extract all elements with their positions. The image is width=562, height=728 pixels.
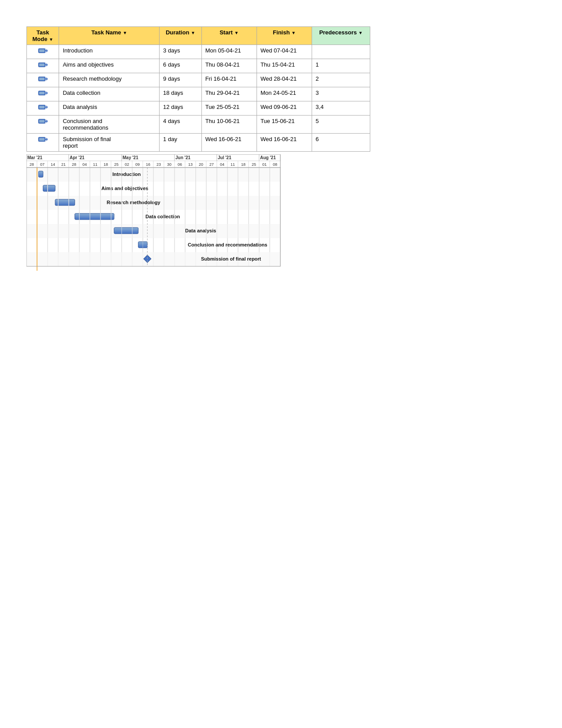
gantt-week-label: 07 <box>40 162 45 167</box>
gantt-week-label: 02 <box>125 162 129 167</box>
gantt-month-label: Jun '21 <box>175 155 190 160</box>
finish-cell: Wed 16-06-21 <box>257 134 312 152</box>
predecessors-cell: 5 <box>312 116 370 134</box>
gantt-bar <box>43 185 55 191</box>
col-header-start[interactable]: Start ▼ <box>201 27 257 45</box>
gantt-week-label: 06 <box>178 162 182 167</box>
predecessors-cell: 1 <box>312 59 370 73</box>
gantt-task-label: Research methodology <box>107 200 161 205</box>
gantt-week-label: 21 <box>61 162 66 167</box>
task-mode-cell <box>27 45 59 59</box>
table-row: Aims and objectives6 daysThu 08-04-21Thu… <box>27 59 370 73</box>
gantt-week-label: 09 <box>135 162 140 167</box>
predecessors-sort-icon[interactable]: ▼ <box>358 30 363 35</box>
gantt-task-label: Aims and objectives <box>101 186 148 191</box>
svg-rect-3 <box>39 63 45 66</box>
start-cell: Thu 29-04-21 <box>201 87 257 101</box>
task-name-sort-icon[interactable]: ▼ <box>123 30 127 35</box>
task-mode-icon <box>38 61 48 70</box>
duration-cell: 6 days <box>160 59 202 73</box>
svg-rect-11 <box>39 120 45 123</box>
task-mode-cell <box>27 59 59 73</box>
start-sort-icon[interactable]: ▼ <box>234 30 238 35</box>
gantt-month-label: Apr '21 <box>70 155 85 160</box>
gantt-week-label: 11 <box>93 162 97 167</box>
finish-cell: Mon 24-05-21 <box>257 87 312 101</box>
table-row: Research methodology9 daysFri 16-04-21We… <box>27 73 370 87</box>
gantt-week-label: 01 <box>262 162 267 167</box>
gantt-week-label: 28 <box>72 162 76 167</box>
gantt-week-label: 28 <box>30 162 34 167</box>
svg-rect-9 <box>39 106 45 108</box>
task-name-cell: Aims and objectives <box>59 59 160 73</box>
gantt-week-label: 18 <box>104 162 108 167</box>
col-header-finish[interactable]: Finish ▼ <box>257 27 312 45</box>
project-table: TaskMode ▼ Task Name ▼ Duration ▼ Start … <box>26 26 370 152</box>
predecessors-cell <box>312 45 370 59</box>
gantt-week-label: 04 <box>220 162 224 167</box>
predecessors-cell: 3 <box>312 87 370 101</box>
task-name-cell: Introduction <box>59 45 160 59</box>
start-cell: Fri 16-04-21 <box>201 73 257 87</box>
duration-cell: 9 days <box>160 73 202 87</box>
task-mode-icon <box>38 118 48 127</box>
table-row: Conclusion and recommendations4 daysThu … <box>27 116 370 134</box>
task-mode-cell <box>27 101 59 116</box>
start-cell: Mon 05-04-21 <box>201 45 257 59</box>
gantt-chart: Mar '2128071421Apr '212804111825May '210… <box>26 154 536 275</box>
task-mode-cell <box>27 73 59 87</box>
task-name-cell: Research methodology <box>59 73 160 87</box>
duration-cell: 12 days <box>160 101 202 116</box>
finish-cell: Wed 07-04-21 <box>257 45 312 59</box>
task-mode-icon <box>38 136 48 145</box>
task-name-cell: Data analysis <box>59 101 160 116</box>
col-header-duration[interactable]: Duration ▼ <box>160 27 202 45</box>
gantt-week-label: 18 <box>241 162 246 167</box>
gantt-task-label: Data analysis <box>185 228 216 233</box>
gantt-week-label: 16 <box>146 162 150 167</box>
task-mode-icon <box>38 104 48 112</box>
start-cell: Thu 10-06-21 <box>201 116 257 134</box>
task-mode-cell <box>27 134 59 152</box>
col-header-task-mode[interactable]: TaskMode ▼ <box>27 27 59 45</box>
gantt-task-label: Introduction <box>112 172 141 177</box>
table-row: Introduction3 daysMon 05-04-21Wed 07-04-… <box>27 45 370 59</box>
start-cell: Thu 08-04-21 <box>201 59 257 73</box>
finish-cell: Wed 09-06-21 <box>257 101 312 116</box>
task-name-cell: Conclusion and recommendations <box>59 116 160 134</box>
start-cell: Wed 16-06-21 <box>201 134 257 152</box>
task-mode-cell <box>27 87 59 101</box>
task-mode-cell <box>27 116 59 134</box>
col-header-task-name[interactable]: Task Name ▼ <box>59 27 160 45</box>
gantt-bar <box>114 228 138 234</box>
gantt-week-label: 25 <box>252 162 256 167</box>
predecessors-cell: 6 <box>312 134 370 152</box>
predecessors-cell: 2 <box>312 73 370 87</box>
finish-cell: Tue 15-06-21 <box>257 116 312 134</box>
finish-sort-icon[interactable]: ▼ <box>291 30 296 35</box>
gantt-week-label: 14 <box>51 162 55 167</box>
duration-sort-icon[interactable]: ▼ <box>191 30 195 35</box>
svg-rect-13 <box>39 138 45 141</box>
duration-cell: 3 days <box>160 45 202 59</box>
task-name-cell: Data collection <box>59 87 160 101</box>
gantt-week-label: 13 <box>188 162 193 167</box>
gantt-week-label: 20 <box>199 162 203 167</box>
gantt-month-label: Jul '21 <box>218 155 231 160</box>
table-row: Data analysis12 daysTue 25-05-21Wed 09-0… <box>27 101 370 116</box>
task-mode-icon <box>38 90 48 98</box>
table-row: Data collection18 daysThu 29-04-21Mon 24… <box>27 87 370 101</box>
gantt-task-label: Submission of final report <box>201 256 261 261</box>
svg-rect-5 <box>39 78 45 80</box>
col-header-predecessors[interactable]: Predecessors ▼ <box>312 27 370 45</box>
task-mode-sort-icon[interactable]: ▼ <box>49 37 53 42</box>
duration-cell: 18 days <box>160 87 202 101</box>
task-mode-icon <box>38 47 48 56</box>
predecessors-cell: 3,4 <box>312 101 370 116</box>
gantt-week-label: 30 <box>167 162 171 167</box>
gantt-task-label: Data collection <box>145 214 180 219</box>
gantt-month-label: May '21 <box>123 155 138 160</box>
gantt-bar <box>75 213 114 220</box>
task-name-cell: Submission of final report <box>59 134 160 152</box>
start-cell: Tue 25-05-21 <box>201 101 257 116</box>
